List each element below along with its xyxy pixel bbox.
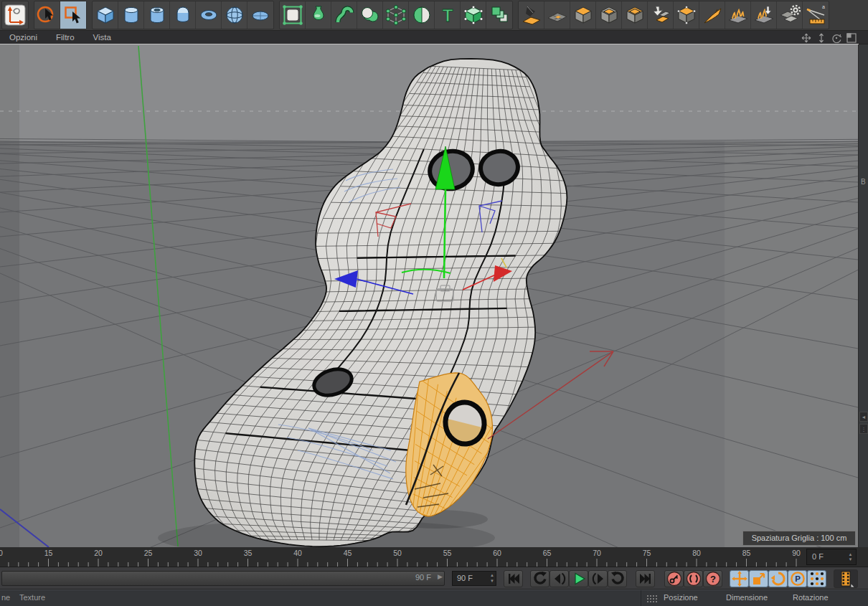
tool-lathe-nurbs[interactable] — [306, 1, 331, 29]
tool-metaball[interactable] — [357, 1, 383, 29]
plane-gear-icon — [779, 4, 801, 26]
sphere-primitive-icon — [224, 4, 245, 26]
tool-subdivision-surface[interactable] — [280, 1, 306, 29]
tool-torus-primitive[interactable] — [196, 1, 222, 29]
menu-filtro[interactable]: Filtro — [47, 31, 84, 44]
recRot-icon — [770, 570, 787, 587]
menu-opzioni[interactable]: Opzioni — [0, 31, 47, 44]
record-help-button[interactable]: ? — [703, 570, 722, 587]
dolly-view-icon[interactable] — [816, 32, 826, 43]
slider-handle-icon[interactable]: ▶ — [438, 573, 443, 580]
viewport-menubar: Opzioni Filtro Vista — [0, 31, 868, 44]
ruler-label: 80 — [692, 549, 701, 557]
tool-axis-tool[interactable] — [2, 1, 28, 29]
spinner-arrows-icon[interactable]: ▲▼ — [846, 551, 854, 563]
material-menu-partial[interactable]: ne — [1, 593, 10, 602]
tool-rectangle-selection[interactable] — [60, 1, 86, 29]
tool-sphere-primitive[interactable] — [222, 1, 247, 29]
current-frame-spinner[interactable]: 90 F ▲▼ — [452, 571, 496, 586]
recPla-icon — [808, 570, 826, 587]
tool-plane-gear[interactable] — [777, 1, 803, 29]
tube-primitive-icon — [146, 4, 168, 26]
tool-capsule-primitive[interactable] — [170, 1, 196, 29]
ruler-label: 55 — [443, 549, 452, 557]
toolbar-group — [34, 1, 87, 29]
panel-grip-icon[interactable]: ⋮ — [859, 424, 868, 434]
tool-text-object[interactable]: T — [435, 1, 461, 29]
viewport-3d[interactable]: Spaziatura Griglia : 100 cm — [0, 44, 858, 547]
ruler-label: 40 — [293, 549, 302, 557]
timeline-ticks: 1015202530354045505560657075808590 — [0, 547, 803, 567]
autokeying-button[interactable] — [684, 570, 703, 587]
play-icon — [570, 570, 588, 587]
record-keyframe-button[interactable] — [664, 570, 684, 587]
metaball-icon — [359, 4, 381, 26]
toggle-view-icon[interactable] — [846, 32, 857, 43]
ruler-label: 20 — [94, 549, 103, 557]
tool-spline-pen[interactable] — [519, 1, 544, 29]
menu-vista[interactable]: Vista — [84, 31, 121, 44]
tool-solidify-cube[interactable] — [674, 1, 699, 29]
extrude-inner-icon — [598, 4, 620, 26]
tool-sweep-nurbs[interactable] — [331, 1, 357, 29]
solidify-cube-icon — [676, 4, 697, 26]
measure-icon: a — [805, 4, 826, 26]
pan-view-icon[interactable] — [801, 32, 811, 43]
timeline-power-slider[interactable]: 90 F ▶ — [1, 571, 445, 586]
text-object-icon: T — [437, 4, 458, 26]
loop-button[interactable] — [608, 570, 627, 587]
record-scale-toggle[interactable] — [749, 570, 768, 587]
next-key-button[interactable] — [588, 570, 608, 587]
previous-key-button[interactable] — [549, 570, 569, 587]
view-controls — [801, 32, 857, 43]
tool-extrude[interactable] — [570, 1, 596, 29]
spinner-arrows-icon[interactable]: ▲▼ — [490, 572, 494, 584]
ruler-label: 85 — [742, 549, 751, 557]
ruler-label: 60 — [493, 549, 501, 557]
coordinate-grip-icon[interactable] — [646, 595, 658, 602]
nextKey-icon — [590, 570, 607, 587]
record-rotation-toggle[interactable] — [768, 570, 788, 587]
play-forwards-button[interactable] — [569, 570, 588, 587]
boolean-icon — [411, 4, 433, 26]
record-parameter-toggle[interactable]: P — [788, 570, 807, 587]
tool-knife[interactable] — [699, 1, 725, 29]
tool-bevel[interactable] — [622, 1, 648, 29]
collapse-panel-icon[interactable]: ◄ — [859, 412, 868, 422]
rotate-view-icon[interactable] — [831, 32, 841, 43]
ruler-label: 50 — [393, 549, 402, 557]
tool-measure[interactable]: a — [803, 1, 829, 29]
goto-end-button[interactable] — [636, 570, 655, 587]
tool-atom-array[interactable] — [383, 1, 409, 29]
toolbar-group: T — [279, 1, 513, 29]
tool-polygon-plane[interactable] — [544, 1, 570, 29]
tool-tube-primitive[interactable] — [144, 1, 170, 29]
timeline-frame-field[interactable]: 0 F ▲▼ — [806, 549, 857, 565]
instance-object-icon — [463, 4, 484, 26]
viewport-canvas[interactable] — [0, 44, 858, 547]
knife-icon — [702, 4, 723, 26]
statusbar-divider — [641, 590, 641, 606]
tool-cube-primitive[interactable] — [93, 1, 118, 29]
autokey-icon — [685, 570, 702, 587]
tool-matrix-extrude[interactable] — [648, 1, 674, 29]
disc-primitive-icon — [250, 4, 271, 26]
tool-array-object[interactable] — [486, 1, 512, 29]
tool-extrude-inner[interactable] — [596, 1, 622, 29]
timeline-ruler[interactable]: 1015202530354045505560657075808590 0 F ▲… — [0, 547, 868, 567]
tool-cylinder-primitive[interactable] — [118, 1, 144, 29]
ruler-label: 90 — [792, 549, 801, 557]
tool-instance-object[interactable] — [461, 1, 486, 29]
record-position-toggle[interactable] — [730, 570, 749, 587]
tool-brush[interactable] — [751, 1, 777, 29]
play-backwards-button[interactable] — [530, 570, 549, 587]
keyframe-presets-button[interactable] — [834, 569, 858, 588]
coord-header-position: Posizione — [664, 593, 698, 602]
tool-disc-primitive[interactable] — [247, 1, 273, 29]
goto-start-button[interactable] — [504, 570, 523, 587]
material-menu-texture[interactable]: Texture — [19, 593, 45, 602]
tool-magnet[interactable] — [725, 1, 751, 29]
tool-live-selection[interactable] — [34, 1, 60, 29]
tool-boolean[interactable] — [409, 1, 435, 29]
record-pla-toggle[interactable] — [807, 570, 826, 587]
